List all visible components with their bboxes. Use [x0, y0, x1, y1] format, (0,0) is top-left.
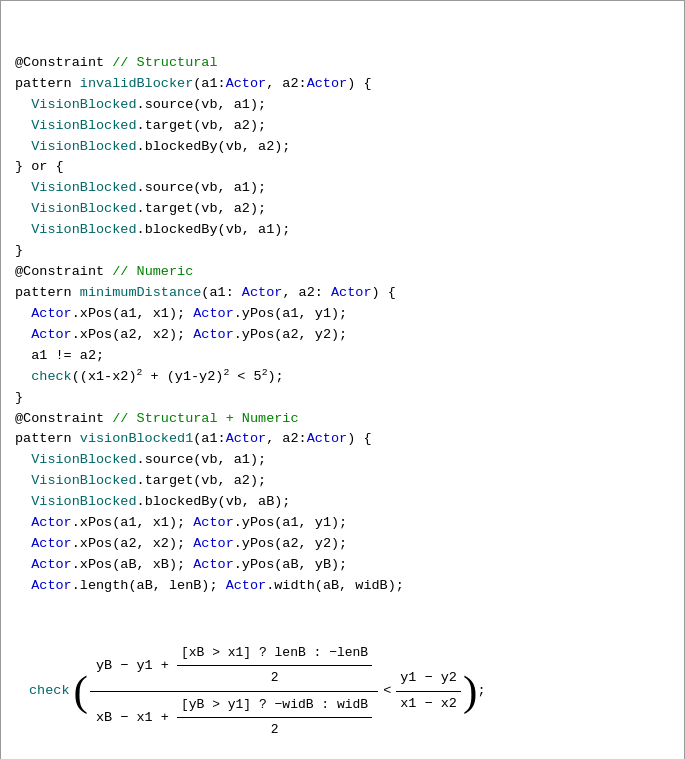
line-17: VisionBlocked.source(vb, a1);: [15, 450, 670, 471]
line-2: VisionBlocked.source(vb, a1);: [15, 95, 670, 116]
line-8: VisionBlocked.blockedBy(vb, a1);: [15, 220, 670, 241]
line-20: Actor.xPos(a1, x1); Actor.yPos(a1, y1);: [15, 513, 670, 534]
line-22: Actor.xPos(aB, xB); Actor.yPos(aB, yB);: [15, 555, 670, 576]
line-11: Actor.xPos(a1, x1); Actor.yPos(a1, y1);: [15, 304, 670, 325]
line-13: a1 != a2;: [15, 346, 670, 367]
line-4: VisionBlocked.blockedBy(vb, a2);: [15, 137, 670, 158]
inner-fraction-1: [xB > x1] ? lenB : −lenB 2: [177, 643, 372, 688]
line-annotation2: @Constraint // Numeric: [15, 262, 670, 283]
check-keyword: check: [29, 681, 70, 702]
line-annotation3: @Constraint // Structural + Numeric: [15, 409, 670, 430]
inner-fraction-2: [yB > y1] ? −widB : widB 2: [177, 695, 372, 740]
line-23: Actor.length(aB, lenB); Actor.width(aB, …: [15, 576, 670, 597]
code-container: @Constraint // Structuralpattern invalid…: [0, 0, 685, 759]
less-than-sign: <: [383, 681, 391, 702]
main-denominator: xB − x1 + [yB > y1] ? −widB : widB 2: [90, 692, 378, 740]
inner-num-1: [xB > x1] ? lenB : −lenB: [177, 643, 372, 666]
line-18: VisionBlocked.target(vb, a2);: [15, 471, 670, 492]
code-block: @Constraint // Structuralpattern invalid…: [15, 11, 670, 639]
inner-den-2: 2: [267, 718, 283, 740]
right-paren: ): [463, 673, 477, 710]
line-9: }: [15, 241, 670, 262]
right-numerator: y1 − y2: [396, 668, 461, 692]
inner-den-1: 2: [267, 666, 283, 688]
main-fraction: yB − y1 + [xB > x1] ? lenB : −lenB 2 xB …: [90, 643, 378, 741]
math-check-block: check ( yB − y1 + [xB > x1] ? lenB : −le…: [29, 643, 670, 741]
left-paren: (: [74, 673, 88, 710]
right-denominator: x1 − x2: [396, 692, 461, 715]
line-16: pattern visionBlocked1(a1:Actor, a2:Acto…: [15, 429, 670, 450]
main-numerator: yB − y1 + [xB > x1] ? lenB : −lenB 2: [90, 643, 378, 692]
line-19: VisionBlocked.blockedBy(vb, aB);: [15, 492, 670, 513]
code-block-close: }: [15, 744, 670, 759]
line-7: VisionBlocked.target(vb, a2);: [15, 199, 670, 220]
line-annotation1: @Constraint // Structural: [15, 53, 670, 74]
line-15: }: [15, 388, 670, 409]
line-12: Actor.xPos(a2, x2); Actor.yPos(a2, y2);: [15, 325, 670, 346]
line-5: } or {: [15, 157, 670, 178]
line-21: Actor.xPos(a2, x2); Actor.yPos(a2, y2);: [15, 534, 670, 555]
line-3: VisionBlocked.target(vb, a2);: [15, 116, 670, 137]
semicolon: ;: [477, 681, 485, 702]
right-fraction: y1 − y2 x1 − x2: [396, 668, 461, 715]
line-6: VisionBlocked.source(vb, a1);: [15, 178, 670, 199]
line-14: check((x1-x2)2 + (y1-y2)2 < 52);: [15, 367, 670, 388]
inner-num-2: [yB > y1] ? −widB : widB: [177, 695, 372, 718]
line-10: pattern minimumDistance(a1: Actor, a2: A…: [15, 283, 670, 304]
line-1: pattern invalidBlocker(a1:Actor, a2:Acto…: [15, 74, 670, 95]
